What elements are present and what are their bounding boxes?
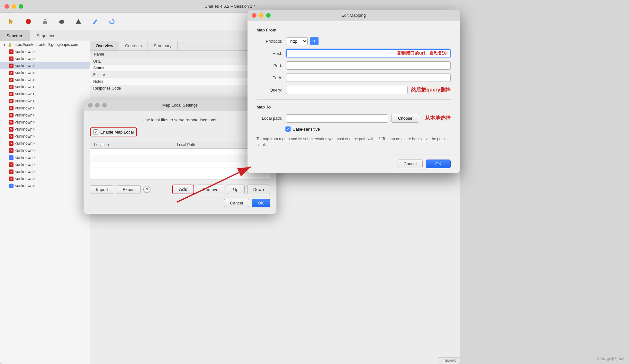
edit-ok-button[interactable]: OK [426, 160, 451, 168]
enable-label: Enable Map Local [100, 130, 134, 134]
list-item[interactable]: ✕ <unknown> [0, 98, 90, 105]
lock-icon[interactable] [40, 16, 50, 27]
protocol-wrapper: httphttps ▼ [286, 37, 319, 45]
minimize-button[interactable] [12, 4, 16, 9]
add-button[interactable]: Add [172, 185, 194, 194]
edit-maximize-button[interactable] [266, 13, 271, 18]
edit-mapping-dialog: Edit Mapping Map From Protocol: httphttp… [248, 10, 460, 173]
list-item[interactable]: ✕ <unknown> [0, 112, 90, 119]
chevron-icon: ▼ [3, 42, 6, 47]
dialog-maximize[interactable] [102, 103, 107, 108]
action-button-group: Add Remove Up Down [172, 185, 270, 194]
list-item[interactable]: ✕ <unknown> [0, 119, 90, 126]
port-row: Port: [256, 61, 451, 70]
edit-cancel-button[interactable]: Cancel [398, 160, 423, 168]
tab-structure[interactable]: Structure [0, 30, 30, 41]
list-item[interactable]: ✕ <unknown> [0, 69, 90, 76]
map-local-title: Map Local Settings [162, 103, 198, 108]
import-button[interactable]: Import [90, 185, 114, 194]
choose-button[interactable]: Choose [391, 114, 419, 123]
dialog-minimize[interactable] [95, 103, 100, 108]
enable-checkbox-wrapper[interactable]: ✓ Enable Map Local [90, 127, 137, 136]
tab-contents[interactable]: Contents [119, 41, 148, 50]
list-item[interactable]: ✕ <unknown> [0, 105, 90, 112]
list-item[interactable]: ✕ <unknown> [0, 126, 90, 133]
export-button[interactable]: Export [117, 185, 141, 194]
error-icon: ✕ [9, 92, 14, 96]
path-input[interactable] [286, 74, 451, 82]
error-icon: ✕ [9, 106, 14, 110]
query-annotation: 然后把query删掉 [411, 87, 451, 93]
local-path-input[interactable] [286, 114, 388, 123]
mapping-table-container: Location Local Path [90, 141, 270, 179]
svg-point-7 [60, 20, 63, 22]
cloud-icon[interactable] [57, 16, 67, 27]
shape-icon[interactable] [73, 16, 84, 27]
empty-row [90, 149, 270, 155]
list-item[interactable]: ↑ <unknown> [0, 182, 90, 189]
query-row: Query: 然后把query删掉 [256, 86, 451, 94]
edit-close-button[interactable] [252, 13, 256, 18]
enable-checkbox[interactable]: ✓ [93, 129, 98, 134]
error-icon: ✕ [9, 64, 14, 68]
edit-minimize-button[interactable] [259, 13, 264, 18]
map-to-label: Map To [256, 105, 451, 109]
refresh-icon[interactable] [107, 16, 117, 27]
enable-row: ✓ Enable Map Local [90, 127, 270, 136]
arrow-up-icon: ↑ [9, 184, 14, 188]
list-item[interactable]: ✕ <unknown> [0, 140, 90, 147]
error-icon: ✕ [9, 120, 14, 125]
remove-button[interactable]: Remove [197, 185, 224, 194]
error-icon: ✕ [9, 49, 14, 54]
tab-summary[interactable]: Summary [148, 41, 178, 50]
list-item[interactable]: ✕ <unknown> [0, 147, 90, 154]
arrow-up-icon: ↑ [9, 155, 14, 160]
error-icon: ✕ [9, 148, 14, 153]
list-item[interactable]: ✕ <unknown> [0, 161, 90, 168]
tab-overview[interactable]: Overview [90, 41, 119, 50]
list-item[interactable]: ✕ <unknown> [0, 83, 90, 91]
case-sensitive-checkbox[interactable]: ✓ [285, 126, 291, 132]
empty-row [90, 161, 270, 168]
protocol-select[interactable]: httphttps [286, 37, 308, 45]
sidebar-header-item[interactable]: ▼ 🔒 https://content-autofill.googleapis.… [0, 41, 90, 48]
tab-sequence[interactable]: Sequence [30, 30, 62, 41]
list-item[interactable]: ✕ <unknown> [0, 55, 90, 62]
local-path-annotation: 从本地选择 [425, 115, 451, 122]
query-input[interactable] [286, 86, 408, 94]
list-item[interactable]: ✕ <unknown> [0, 133, 90, 140]
error-icon: ✕ [9, 162, 14, 167]
map-local-cancel-button[interactable]: Cancel [224, 199, 249, 207]
up-button[interactable]: Up [227, 185, 245, 194]
list-item[interactable]: ↑ <unknown> [0, 154, 90, 161]
query-label: Query: [256, 88, 282, 92]
list-item[interactable]: ✕ <unknown> [0, 91, 90, 98]
path-row: Path: [256, 74, 451, 82]
down-button[interactable]: Down [247, 185, 270, 194]
error-icon: ✕ [9, 177, 14, 181]
case-sensitive-label: Case-sensitive [292, 127, 320, 132]
error-icon: ✕ [9, 141, 14, 146]
protocol-dropdown-btn[interactable]: ▼ [310, 37, 319, 45]
list-item[interactable]: ✕ <unknown> [0, 168, 90, 175]
maximize-button[interactable] [19, 4, 23, 9]
list-item[interactable]: ✕ <unknown> [0, 76, 90, 83]
svg-marker-0 [9, 19, 13, 24]
edit-dialog-titlebar: Edit Mapping [248, 10, 460, 21]
port-input[interactable] [286, 61, 451, 70]
record-icon[interactable] [23, 16, 33, 27]
list-item[interactable]: ✕ <unknown> [0, 175, 90, 182]
error-icon: ✕ [9, 99, 14, 103]
protocol-label: Protocol: [256, 39, 282, 44]
list-item[interactable]: ✕ <unknown> [0, 48, 90, 55]
close-button[interactable] [4, 4, 9, 9]
error-icon: ✕ [9, 169, 14, 174]
pointer-icon[interactable] [6, 16, 17, 27]
host-input[interactable] [286, 49, 451, 57]
list-item[interactable]: ✕ <unknown> [0, 62, 90, 69]
help-button[interactable]: ? [143, 186, 150, 193]
case-sensitive-row: ✓ Case-sensitive [285, 126, 451, 132]
map-local-ok-button[interactable]: OK [252, 199, 270, 207]
pen-icon[interactable] [90, 16, 100, 27]
dialog-close[interactable] [88, 103, 93, 108]
